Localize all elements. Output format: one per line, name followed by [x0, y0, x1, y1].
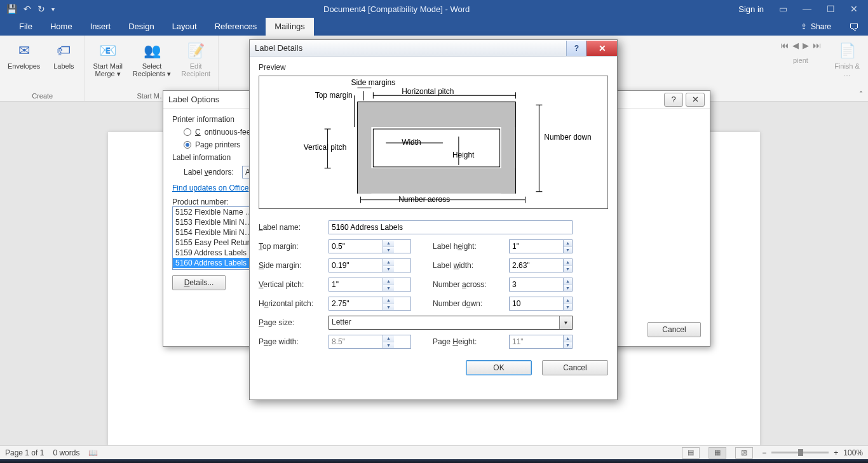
spin-down-icon[interactable]: ▼ [383, 266, 394, 272]
ribbon-group-create: ✉ Envelopes 🏷 Labels Create [0, 36, 85, 101]
label-height-spinner[interactable]: ▲▼ [509, 239, 573, 253]
labels-button[interactable]: 🏷 Labels [46, 38, 81, 91]
spin-down-icon[interactable]: ▼ [564, 304, 572, 311]
tab-references[interactable]: References [206, 18, 266, 36]
list-item[interactable]: 5154 Flexible Mini N… [173, 227, 253, 238]
tab-design[interactable]: Design [119, 18, 163, 36]
labels-icon: 🏷 [53, 41, 74, 61]
page-size-dropdown[interactable]: Letter ▼ [329, 316, 573, 330]
list-item[interactable]: 5160 Address Labels [173, 258, 253, 268]
tab-home[interactable]: Home [41, 18, 81, 36]
next-record-icon[interactable]: ▶ [803, 41, 809, 50]
status-words[interactable]: 0 words [53, 448, 79, 457]
details-button[interactable]: Details... [172, 275, 226, 290]
chevron-down-icon[interactable]: ▼ [559, 316, 572, 329]
collapse-ribbon-icon[interactable]: ˄ [859, 90, 863, 99]
radio-icon [184, 141, 191, 149]
page-width-label: Page width: [259, 337, 329, 346]
cancel-button[interactable]: Cancel [542, 360, 608, 375]
number-down-spinner[interactable]: ▲▼ [509, 297, 573, 311]
first-record-icon[interactable]: ⏮ [780, 41, 789, 50]
minimize-icon[interactable]: — [803, 4, 811, 14]
top-margin-label: Top margin: [259, 242, 329, 251]
spin-down-icon[interactable]: ▼ [564, 285, 572, 292]
qat-customize-icon[interactable]: ▾ [51, 6, 55, 13]
maximize-icon[interactable]: ☐ [827, 4, 835, 14]
side-margin-spinner[interactable]: ▲▼ [329, 258, 411, 272]
label-options-help-icon[interactable]: ? [664, 93, 683, 107]
spin-down-icon[interactable]: ▼ [564, 247, 572, 253]
horizontal-pitch-spinner[interactable]: ▲▼ [329, 297, 411, 311]
spin-up-icon[interactable]: ▲ [564, 278, 572, 285]
label-details-close-icon[interactable]: ✕ [587, 41, 617, 56]
quick-access-toolbar: 💾 ↶ ↻ ▾ [0, 4, 55, 14]
find-updates-link[interactable]: Find updates on Office [172, 184, 249, 192]
list-item[interactable]: 5159 Address Labels [173, 248, 253, 258]
label-options-cancel-button[interactable]: Cancel [648, 322, 701, 337]
list-item[interactable]: 5152 Flexible Name … [173, 207, 253, 217]
spin-down-icon[interactable]: ▼ [383, 304, 394, 311]
select-recipients-button[interactable]: 👥 Select Recipients ▾ [129, 38, 175, 91]
spin-down-icon[interactable]: ▼ [383, 285, 394, 292]
label-options-close-icon[interactable]: ✕ [686, 93, 705, 107]
spin-down-icon[interactable]: ▼ [564, 266, 572, 272]
label-width-spinner[interactable]: ▲▼ [509, 258, 573, 272]
vertical-pitch-spinner[interactable]: ▲▼ [329, 278, 411, 292]
redo-icon[interactable]: ↻ [37, 4, 45, 14]
edit-recipient-button[interactable]: 📝 Edit Recipient [177, 38, 214, 91]
list-item[interactable]: 5153 Flexible Mini N… [173, 217, 253, 227]
close-icon[interactable]: ✕ [850, 4, 858, 14]
list-item[interactable]: 5155 Easy Peel Retur… [173, 238, 253, 248]
ok-button[interactable]: OK [466, 360, 532, 375]
svg-rect-3 [501, 102, 515, 193]
web-layout-icon[interactable]: ▧ [735, 447, 753, 459]
preview-label: Preview [259, 63, 608, 72]
edit-recipient-icon: 📝 [186, 41, 206, 61]
spin-up-icon[interactable]: ▲ [383, 297, 394, 304]
label-details-help-icon[interactable]: ? [566, 41, 587, 56]
number-across-spinner[interactable]: ▲▼ [509, 278, 573, 292]
zoom-control[interactable]: − + 100% [762, 448, 863, 457]
prev-record-icon[interactable]: ◀ [792, 41, 799, 50]
top-margin-spinner[interactable]: ▲▼ [329, 239, 411, 253]
vertical-pitch-label: Vertical pitch: [259, 280, 329, 289]
tab-mailings[interactable]: Mailings [266, 18, 314, 36]
feedback-icon[interactable]: 🗨 [840, 18, 868, 36]
status-bar: Page 1 of 1 0 words 📖 ▤ ▦ ▧ − + 100% [0, 445, 868, 459]
label-details-title: Label Details [255, 43, 302, 53]
envelopes-button[interactable]: ✉ Envelopes [4, 38, 44, 91]
sign-in-link[interactable]: Sign in [738, 4, 764, 14]
read-mode-icon[interactable]: ▤ [682, 447, 700, 459]
label-name-label: Label name: [259, 223, 329, 232]
zoom-in-icon[interactable]: + [834, 448, 838, 457]
start-mail-merge-button[interactable]: 📧 Start Mail Merge ▾ [89, 38, 126, 91]
spin-up-icon: ▲ [383, 335, 394, 342]
spin-up-icon[interactable]: ▲ [564, 297, 572, 304]
spin-up-icon[interactable]: ▲ [564, 240, 572, 247]
spin-up-icon[interactable]: ▲ [383, 278, 394, 285]
ribbon-display-options-icon[interactable]: ▭ [779, 4, 787, 14]
print-layout-icon[interactable]: ▦ [709, 447, 726, 459]
finish-merge-button[interactable]: 📄 Finish & … [830, 38, 864, 80]
product-number-list[interactable]: 5152 Flexible Name … 5153 Flexible Mini … [172, 206, 254, 270]
tab-insert[interactable]: Insert [81, 18, 120, 36]
spellcheck-icon[interactable]: 📖 [88, 448, 98, 457]
zoom-out-icon[interactable]: − [762, 448, 766, 457]
status-page[interactable]: Page 1 of 1 [5, 448, 44, 457]
undo-icon[interactable]: ↶ [24, 4, 31, 14]
zoom-value[interactable]: 100% [843, 448, 863, 457]
recipient-placeholder-button: pient [779, 53, 822, 67]
share-button[interactable]: ⇪ Share [792, 18, 840, 36]
label-name-input[interactable] [329, 220, 573, 234]
spin-up-icon[interactable]: ▲ [564, 259, 572, 266]
last-record-icon[interactable]: ⏭ [813, 41, 821, 50]
spin-up-icon[interactable]: ▲ [383, 259, 394, 266]
number-across-label: Number across: [433, 280, 509, 289]
ribbon-group-preview: ⏮ ◀ ▶ ⏭ pient [775, 36, 826, 101]
save-icon[interactable]: 💾 [6, 4, 17, 14]
spin-up-icon[interactable]: ▲ [383, 240, 394, 247]
tab-layout[interactable]: Layout [163, 18, 206, 36]
zoom-slider[interactable] [771, 452, 829, 453]
spin-down-icon[interactable]: ▼ [383, 247, 394, 253]
tab-file[interactable]: File [10, 18, 41, 36]
